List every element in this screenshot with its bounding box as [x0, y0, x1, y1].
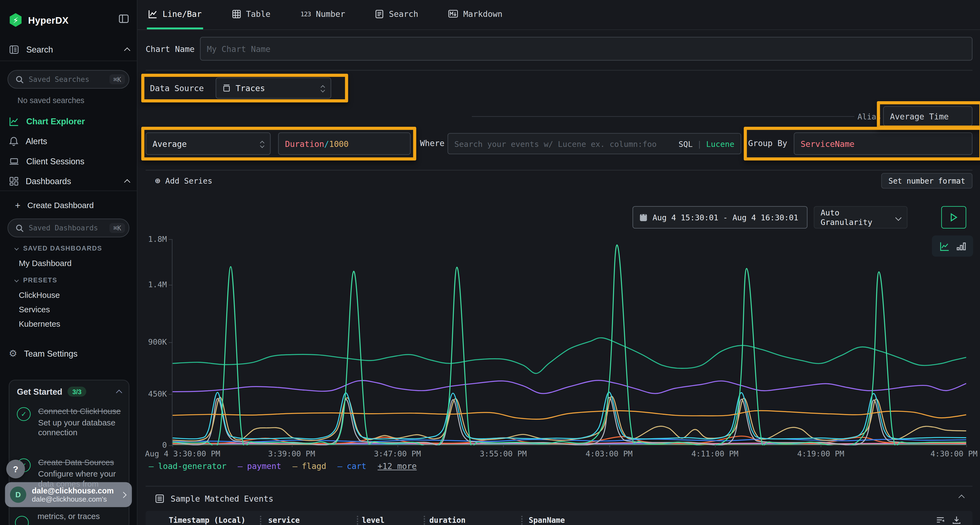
database-icon: [223, 84, 231, 92]
sidebar-item-chart-explorer[interactable]: Chart Explorer: [9, 113, 129, 130]
get-started-item-title: Create Data Sources: [38, 458, 114, 467]
alias-input[interactable]: Average Time: [883, 106, 972, 126]
legend-item[interactable]: —flagd: [293, 462, 326, 471]
lucene-toggle[interactable]: Lucene: [706, 139, 735, 148]
create-dashboard-button[interactable]: + Create Dashboard: [15, 197, 129, 213]
sample-events-header[interactable]: Sample Matched Events: [155, 492, 273, 504]
tab-number[interactable]: 123 Number: [299, 0, 346, 29]
saved-dashboards-input[interactable]: Saved Dashboards ⌘K: [8, 219, 130, 238]
section-label: PRESETS: [23, 276, 57, 284]
date-range-picker[interactable]: Aug 4 15:30:01 - Aug 4 16:30:01: [632, 206, 807, 229]
sql-toggle[interactable]: SQL: [679, 139, 693, 148]
section-saved-dashboards[interactable]: SAVED DASHBOARDS: [15, 244, 102, 252]
sidebar: ⚡ HyperDX Search Saved Searches ⌘K No sa…: [0, 0, 137, 525]
field-token: /: [324, 139, 329, 148]
column-header-spanname[interactable]: SpanName: [529, 516, 565, 525]
play-icon: [950, 213, 958, 222]
legend-item[interactable]: —cart: [337, 462, 366, 471]
y-axis-tick-label: 1.8M: [129, 234, 167, 243]
chart-series-payment: [173, 380, 966, 393]
column-header-timestamp[interactable]: Timestamp (Local): [169, 516, 245, 525]
chevron-up-icon[interactable]: [124, 47, 130, 53]
chevron-up-icon[interactable]: [124, 179, 130, 185]
x-axis-tick: [966, 445, 967, 447]
run-query-button[interactable]: [941, 206, 966, 229]
column-separator: [260, 516, 261, 525]
list-icon: [155, 494, 164, 503]
sidebar-item-clickhouse[interactable]: ClickHouse: [19, 290, 60, 300]
set-number-format-button[interactable]: Set number format: [881, 173, 972, 189]
data-source-select[interactable]: Traces: [216, 78, 331, 99]
chart-name-label: Chart Name: [146, 44, 195, 54]
create-dashboard-label: Create Dashboard: [27, 200, 94, 209]
sidebar-item-dashboards[interactable]: Dashboards: [9, 173, 129, 189]
alias-label: Alias: [858, 112, 881, 121]
sidebar-item-kubernetes[interactable]: Kubernetes: [19, 319, 60, 328]
add-series-button[interactable]: ⊕ Add Series: [155, 176, 212, 186]
tab-markdown[interactable]: Markdown: [447, 0, 504, 29]
x-axis-tick-label: 4:19:00 PM: [797, 449, 844, 458]
get-started-item[interactable]: ✓ Connect to ClickHouse Set up your data…: [17, 405, 123, 438]
chart-plot[interactable]: 0450K900K1.4M1.8MAug 4 3:30:00 PM3:39:00…: [172, 239, 966, 445]
tab-table[interactable]: Table: [230, 0, 272, 29]
column-header-service[interactable]: service: [268, 516, 300, 525]
legend-item[interactable]: —payment: [238, 462, 281, 471]
chevron-down-icon: [14, 278, 19, 282]
legend-item[interactable]: —load-generator: [149, 462, 226, 471]
saved-dashboards-placeholder: Saved Dashboards: [29, 224, 105, 232]
gear-icon: ⚙: [9, 348, 17, 359]
brand-name: HyperDX: [28, 15, 68, 25]
sidebar-item-my-dashboard[interactable]: My Dashboard: [19, 259, 72, 268]
chevron-up-icon[interactable]: [116, 389, 122, 395]
help-button[interactable]: ?: [6, 460, 25, 479]
group-by-input[interactable]: ServiceName: [794, 132, 973, 155]
tab-line-bar[interactable]: Line/Bar: [147, 0, 203, 29]
where-label: Where: [420, 139, 445, 148]
column-header-level[interactable]: level: [362, 516, 384, 525]
sidebar-item-services[interactable]: Services: [19, 305, 50, 314]
user-menu[interactable]: D dale@clickhouse.com dale@clickhouse.co…: [5, 482, 132, 507]
sidebar-collapse-icon[interactable]: [118, 13, 129, 27]
group-by-value: ServiceName: [800, 139, 854, 148]
legend-label: payment: [247, 462, 281, 471]
user-email: dale@clickhouse.com: [32, 486, 116, 495]
granularity-select[interactable]: Auto Granularity: [814, 206, 907, 229]
chart-type-tabs: Line/Bar Table 123 Number Search Markdow…: [137, 0, 980, 30]
column-header-duration[interactable]: duration: [429, 516, 466, 525]
legend-more-link[interactable]: +12 more: [377, 462, 417, 471]
tab-search[interactable]: Search: [374, 0, 420, 29]
wrap-lines-icon[interactable]: [935, 515, 945, 525]
download-icon[interactable]: [952, 515, 961, 525]
chart-name-input[interactable]: My Chart Name: [200, 37, 973, 60]
section-presets[interactable]: PRESETS: [15, 276, 57, 284]
shortcut-badge: ⌘K: [110, 74, 125, 84]
date-range-value: Aug 4 15:30:01 - Aug 4 16:30:01: [652, 213, 799, 222]
sidebar-item-alerts[interactable]: Alerts: [9, 133, 129, 149]
select-chevrons-icon: [261, 140, 264, 147]
tab-label: Search: [389, 9, 418, 18]
saved-searches-input[interactable]: Saved Searches ⌘K: [8, 70, 130, 89]
x-axis-tick: [821, 445, 821, 447]
x-axis-tick-label: 4:03:00 PM: [585, 449, 633, 458]
search-icon: [16, 75, 24, 84]
tab-label: Number: [316, 9, 345, 18]
brand-row: ⚡ HyperDX: [9, 11, 129, 29]
sidebar-item-label: Client Sessions: [26, 156, 84, 166]
no-saved-searches-text: No saved searches: [18, 96, 84, 105]
sidebar-item-client-sessions[interactable]: Client Sessions: [9, 153, 129, 169]
divider: [146, 170, 972, 170]
chevron-up-icon[interactable]: [958, 495, 965, 501]
tab-label: Markdown: [463, 9, 503, 18]
sidebar-item-team-settings[interactable]: ⚙ Team Settings: [9, 346, 129, 362]
chart-series-flagd: [173, 397, 966, 441]
sidebar-item-search[interactable]: Search: [9, 41, 129, 58]
chart-series-load-generator: [173, 245, 966, 445]
field-input[interactable]: Duration/1000: [278, 132, 411, 155]
y-axis-tick: [169, 445, 173, 446]
y-axis-tick: [169, 394, 173, 395]
x-axis-tick-label: 3:47:00 PM: [374, 449, 421, 458]
aggregation-select[interactable]: Average: [146, 132, 270, 155]
where-input[interactable]: Search your events w/ Lucene ex. column:…: [447, 133, 741, 154]
sample-events-title: Sample Matched Events: [171, 494, 273, 503]
select-chevrons-icon: [321, 85, 324, 91]
